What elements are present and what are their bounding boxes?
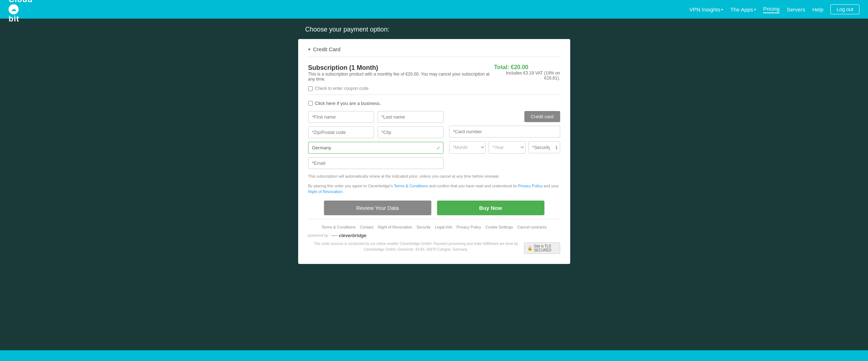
month-select[interactable]: *Month 01 02 03 04 05 06 07 08 09 10 11 [449, 141, 486, 154]
form-left-column: Germany Austria Switzerland United Kingd… [308, 111, 443, 169]
terms-link[interactable]: Terms & Conditions [394, 184, 428, 188]
check-icon: ✓ [436, 145, 441, 151]
page-title: Choose your payment option: [305, 26, 570, 33]
name-row [308, 111, 443, 123]
legal-agreement: By placing this order you agree to Cleve… [308, 183, 560, 195]
footer-links: Terms & Conditions Contact Right of Revo… [308, 225, 560, 229]
footer-legal-link[interactable]: Legal Info [435, 225, 452, 229]
action-buttons: Review Your Data Buy Now [308, 201, 560, 215]
first-name-input[interactable] [308, 111, 374, 123]
year-select[interactable]: *Year 2024 2025 2026 2027 2028 [489, 141, 525, 154]
form-grid: Germany Austria Switzerland United Kingd… [308, 111, 560, 169]
privacy-link[interactable]: Privacy Policy [518, 184, 542, 188]
address-row [308, 126, 443, 138]
nav-links: VPN Insights ▾ The Apps ▾ Pricing Server… [689, 4, 859, 14]
total-price: Total: €20.00 [494, 64, 560, 71]
country-select[interactable]: Germany Austria Switzerland United Kingd… [308, 142, 443, 154]
nav-servers[interactable]: Servers [787, 6, 805, 13]
city-input[interactable] [378, 126, 443, 138]
revocation-link[interactable]: Right of Revocation [308, 189, 343, 194]
business-label: Click here if you are a business. [315, 101, 381, 106]
footer-privacy-link[interactable]: Privacy Policy [456, 225, 481, 229]
brand-icon: ☁ [9, 4, 19, 14]
info-icon[interactable]: ℹ [556, 145, 557, 150]
chevron-down-icon: ▾ [754, 8, 756, 11]
email-input[interactable] [308, 157, 443, 169]
nav-pricing[interactable]: Pricing [763, 6, 780, 13]
business-checkbox[interactable] [308, 101, 313, 106]
nav-help[interactable]: Help [812, 6, 823, 13]
coupon-label: Check to enter coupon code [315, 86, 369, 91]
business-row: Click here if you are a business. [308, 101, 560, 106]
powered-by: powered by ~~~ cleverbridge [308, 233, 524, 238]
subscription-info-row: Subscription (1 Month) This is a subscri… [308, 64, 560, 82]
logout-button[interactable]: Log out [830, 4, 859, 14]
divider [308, 95, 560, 95]
footer-terms-link[interactable]: Terms & Conditions [321, 225, 355, 229]
country-select-wrap: Germany Austria Switzerland United Kingd… [308, 142, 443, 154]
payment-method-header: ▾ Credit Card [308, 46, 560, 57]
page-content: Choose your payment option: ▾ Credit Car… [0, 19, 868, 350]
footer-contact-link[interactable]: Contact [360, 225, 373, 229]
footer-legal-text: This order process is conducted by our o… [308, 241, 524, 252]
waves-icon: ~~~ [331, 234, 338, 238]
powered-text: powered by [308, 233, 329, 237]
navbar: Cloud☁bit VPN Insights ▾ The Apps ▾ Pric… [0, 0, 868, 19]
chevron-down-icon: ▾ [308, 47, 310, 52]
vat-info: Includes €3.19 VAT (19% on €16.81). [494, 71, 560, 81]
footer-security-link[interactable]: Security [416, 225, 431, 229]
expiry-row: *Month 01 02 03 04 05 06 07 08 09 10 11 [449, 141, 560, 154]
card-number-input[interactable] [449, 126, 560, 138]
nav-vpn-insights[interactable]: VPN Insights ▾ [689, 6, 723, 13]
credit-card-button[interactable]: Credit card [524, 111, 560, 122]
subscription-title: Subscription (1 Month) [308, 64, 494, 72]
divider-2 [308, 219, 560, 219]
payment-method-label: Credit Card [313, 46, 341, 52]
last-name-input[interactable] [378, 111, 443, 123]
zip-input[interactable] [308, 126, 374, 138]
brand-name: Cloud☁bit [9, 0, 33, 24]
footer-row: powered by ~~~ cleverbridge This order p… [308, 233, 560, 254]
coupon-checkbox[interactable] [308, 86, 313, 91]
review-button[interactable]: Review Your Data [324, 201, 431, 215]
chevron-down-icon: ▾ [721, 8, 723, 11]
nav-the-apps[interactable]: The Apps ▾ [730, 6, 756, 13]
buy-button[interactable]: Buy Now [437, 201, 544, 215]
bottom-bar [0, 350, 868, 361]
footer-cancel-link[interactable]: Cancel contracts [517, 225, 547, 229]
legal-auto-renew: This subscription will automatically ren… [308, 173, 560, 179]
tls-label: Site is TLS SECURED [534, 244, 557, 252]
form-right-column: Credit card *Month 01 02 03 04 05 06 07 [449, 111, 560, 169]
brand-logo[interactable]: Cloud☁bit [9, 0, 33, 24]
payment-card: ▾ Credit Card Subscription (1 Month) Thi… [298, 39, 570, 264]
lock-icon: 🔒 [527, 246, 533, 251]
coupon-row: Check to enter coupon code [308, 86, 560, 91]
cleverbridge-logo: ~~~ cleverbridge [331, 233, 366, 238]
footer-cookies-link[interactable]: Cookie Settings [485, 225, 513, 229]
security-code-wrap: ℹ [528, 141, 560, 153]
email-row [308, 157, 443, 169]
tls-badge: 🔒 Site is TLS SECURED [524, 242, 560, 254]
subscription-description: This is a subscription product with a mo… [308, 72, 494, 82]
footer-revocation-link[interactable]: Right of Revocation [378, 225, 412, 229]
